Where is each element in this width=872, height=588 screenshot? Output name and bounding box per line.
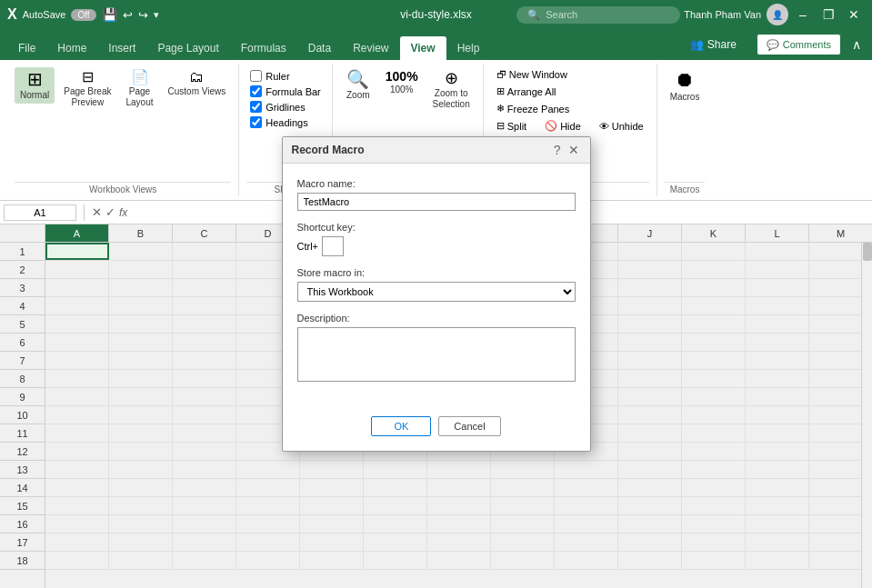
macro-name-field: Macro name: — [297, 178, 576, 211]
dialog-buttons: OK Cancel — [283, 409, 590, 451]
cancel-button[interactable]: Cancel — [438, 416, 500, 436]
dialog-title: Record Macro — [292, 144, 365, 156]
ok-button[interactable]: OK — [371, 416, 431, 436]
dialog-title-bar: Record Macro ? ✕ — [283, 137, 590, 164]
store-field: Store macro in: This Workbook New Workbo… — [297, 267, 576, 302]
shortcut-row: Ctrl+ — [297, 236, 576, 256]
dialog-help-icon[interactable]: ? — [552, 143, 563, 157]
dialog-content: Macro name: Shortcut key: Ctrl+ Store ma… — [283, 164, 590, 409]
shortcut-key-input[interactable] — [322, 236, 344, 256]
shortcut-label: Shortcut key: — [297, 222, 576, 233]
macro-name-label: Macro name: — [297, 178, 576, 189]
shortcut-field: Shortcut key: Ctrl+ — [297, 222, 576, 256]
description-field: Description: — [297, 313, 576, 384]
dialog-title-icons: ? ✕ — [552, 143, 581, 157]
shortcut-prefix: Ctrl+ — [297, 241, 319, 252]
store-select[interactable]: This Workbook New Workbook Personal Macr… — [297, 282, 576, 302]
dialog-close-btn[interactable]: ✕ — [566, 143, 581, 157]
macro-name-input[interactable] — [297, 193, 576, 211]
dialog-overlay: Record Macro ? ✕ Macro name: Shortcut ke… — [0, 0, 872, 588]
description-input[interactable] — [297, 327, 576, 382]
store-label: Store macro in: — [297, 267, 576, 278]
record-macro-dialog: Record Macro ? ✕ Macro name: Shortcut ke… — [282, 136, 591, 452]
description-label: Description: — [297, 313, 576, 324]
